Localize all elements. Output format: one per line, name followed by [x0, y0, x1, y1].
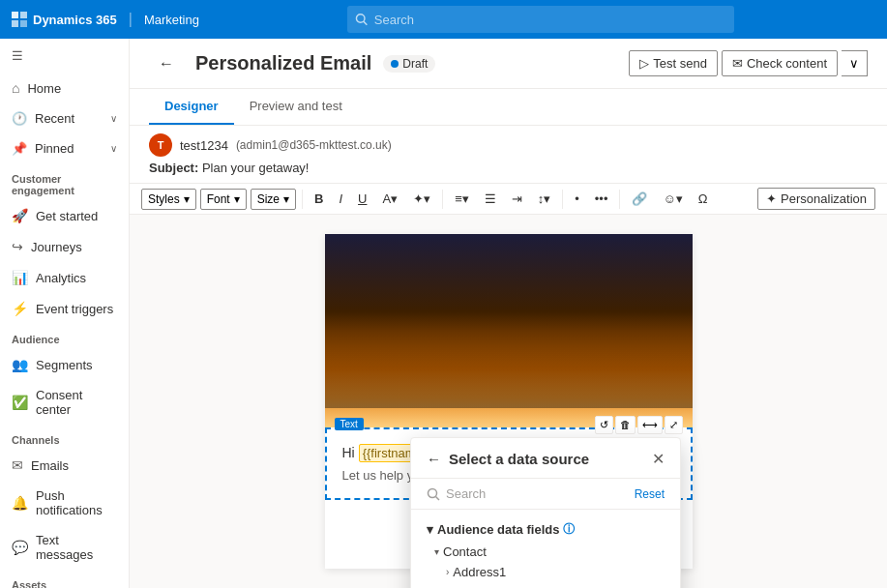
subject-value: Plan your getaway! — [202, 161, 310, 175]
svg-rect-1 — [20, 12, 27, 18]
event-triggers-icon: ⚡ — [12, 301, 28, 316]
sidebar-item-event-triggers[interactable]: ⚡ Event triggers — [0, 293, 129, 324]
personalization-button[interactable]: ✦ Personalization — [757, 188, 875, 210]
sidebar: ☰ ⌂ Home 🕐 Recent ∨ 📌 Pinned ∨ Customer … — [0, 39, 130, 588]
top-nav: Dynamics 365 | Marketing — [0, 0, 887, 39]
from-email: (admin1@d365-mkttest.co.uk) — [236, 138, 392, 152]
indent-button[interactable]: ⇥ — [506, 189, 528, 209]
address1-item[interactable]: › Address1 — [411, 562, 680, 582]
check-content-button[interactable]: ✉ Check content — [722, 50, 838, 76]
sidebar-item-recent[interactable]: 🕐 Recent ∨ — [0, 103, 129, 133]
personalization-icon: ✦ — [766, 191, 777, 206]
svg-rect-0 — [12, 12, 18, 18]
test-send-button[interactable]: ▷ Test send — [629, 50, 718, 76]
hero-image — [325, 234, 693, 427]
resize-action-btn[interactable]: ⟷ — [637, 416, 663, 434]
data-source-modal: ← Select a data source ✕ Reset — [410, 437, 681, 588]
email-meta: T test1234 (admin1@d365-mkttest.co.uk) S… — [130, 126, 887, 184]
contact-item[interactable]: ▾ Contact — [411, 542, 680, 562]
status-dot — [391, 60, 399, 68]
reset-link[interactable]: Reset — [635, 487, 665, 501]
chevron-contact-icon: ▾ — [434, 546, 439, 557]
list-button[interactable]: ☰ — [479, 189, 502, 209]
audience-data-fields-section[interactable]: ▾ Audience data fields ⓘ — [411, 517, 680, 542]
search-bar[interactable] — [347, 6, 734, 33]
highlight-button[interactable]: ✦▾ — [407, 189, 436, 209]
underline-button[interactable]: U — [352, 189, 372, 209]
recent-icon: 🕐 — [12, 111, 27, 126]
section-customer-engagement: Customer engagement — [0, 163, 129, 200]
italic-button[interactable]: I — [333, 189, 348, 209]
emoji-button[interactable]: ☺▾ — [657, 189, 688, 209]
chevron-address1-icon: › — [446, 567, 449, 577]
modal-header: ← Select a data source ✕ — [411, 438, 680, 479]
tab-designer[interactable]: Designer — [149, 89, 234, 125]
sidebar-item-get-started[interactable]: 🚀 Get started — [0, 200, 129, 231]
status-badge: Draft — [383, 55, 435, 73]
sidebar-item-home[interactable]: ⌂ Home — [0, 73, 129, 103]
search-input[interactable] — [374, 13, 727, 27]
link-button[interactable]: 🔗 — [626, 189, 653, 209]
tabs: Designer Preview and test — [130, 89, 887, 126]
section-assets: Assets — [0, 570, 129, 588]
modal-search: Reset — [411, 479, 680, 510]
sidebar-item-journeys[interactable]: ↪ Journeys — [0, 231, 129, 262]
text-block-actions: ↺ 🗑 ⟷ ⤢ — [595, 416, 683, 434]
separator-1 — [302, 190, 303, 209]
subject-row: Subject: Plan your getaway! — [149, 161, 868, 175]
delete-action-btn[interactable]: 🗑 — [615, 416, 636, 434]
modal-search-icon — [427, 487, 440, 501]
send-icon: ▷ — [639, 56, 649, 71]
size-select[interactable]: Size ▾ — [251, 189, 296, 210]
bold-button[interactable]: B — [309, 189, 329, 209]
address2-item[interactable]: › Address2 — [411, 582, 680, 588]
modal-search-input[interactable] — [446, 486, 629, 501]
subject-label: Subject: — [149, 161, 198, 175]
sidebar-item-analytics[interactable]: 📊 Analytics — [0, 262, 129, 293]
more-button[interactable]: ••• — [589, 189, 614, 209]
styles-select[interactable]: Styles ▾ — [141, 189, 196, 210]
sidebar-item-consent-center[interactable]: ✅ Consent center — [0, 380, 129, 425]
svg-point-4 — [357, 15, 366, 23]
section-channels: Channels — [0, 425, 129, 450]
separator-2 — [442, 190, 443, 209]
page-header: ← Personalized Email Draft ▷ Test send ✉… — [130, 39, 887, 89]
svg-rect-2 — [12, 20, 18, 27]
hamburger-menu[interactable]: ☰ — [0, 39, 129, 73]
sidebar-item-pinned[interactable]: 📌 Pinned ∨ — [0, 133, 129, 163]
editor-toolbar: Styles ▾ Font ▾ Size ▾ B I U A▾ ✦▾ ≡▾ ☰ … — [130, 184, 887, 215]
sidebar-item-text-messages[interactable]: 💬 Text messages — [0, 525, 129, 570]
brand[interactable]: Dynamics 365 — [12, 12, 117, 27]
back-button[interactable]: ← — [149, 50, 184, 77]
actions-chevron-button[interactable]: ∨ — [842, 50, 868, 76]
text-icon: 💬 — [12, 540, 28, 555]
back-arrow-icon[interactable]: ← — [427, 451, 441, 467]
font-select[interactable]: Font ▾ — [200, 189, 247, 210]
symbol-button[interactable]: Ω — [693, 189, 714, 209]
consent-icon: ✅ — [12, 395, 28, 410]
sidebar-item-segments[interactable]: 👥 Segments — [0, 349, 129, 380]
main-content: ← Personalized Email Draft ▷ Test send ✉… — [130, 39, 887, 588]
from-name: test1234 — [180, 138, 228, 153]
chevron-down-icon-size: ▾ — [283, 192, 289, 206]
align-button[interactable]: ≡▾ — [449, 189, 475, 209]
info-icon: ⓘ — [563, 521, 575, 538]
undo-action-btn[interactable]: ↺ — [595, 416, 613, 434]
line-spacing-button[interactable]: ↕▾ — [532, 189, 557, 209]
expand-action-btn[interactable]: ⤢ — [665, 416, 683, 434]
font-color-button[interactable]: A▾ — [376, 189, 403, 209]
sidebar-item-push-notifications[interactable]: 🔔 Push notifications — [0, 481, 129, 525]
page-title: Personalized Email — [195, 52, 371, 74]
chevron-down-icon-styles: ▾ — [184, 192, 190, 206]
modal-close-button[interactable]: ✕ — [652, 450, 665, 468]
envelope-icon: ✉ — [732, 56, 743, 71]
analytics-icon: 📊 — [12, 270, 28, 285]
svg-rect-3 — [20, 20, 27, 27]
chevron-down-icon-font: ▾ — [234, 192, 240, 206]
tab-preview[interactable]: Preview and test — [234, 89, 358, 125]
svg-line-5 — [365, 21, 368, 24]
nav-app-name: Marketing — [144, 13, 199, 27]
bullets-button[interactable]: • — [569, 189, 585, 209]
sidebar-item-emails[interactable]: ✉ Emails — [0, 450, 129, 481]
home-icon: ⌂ — [12, 80, 19, 96]
